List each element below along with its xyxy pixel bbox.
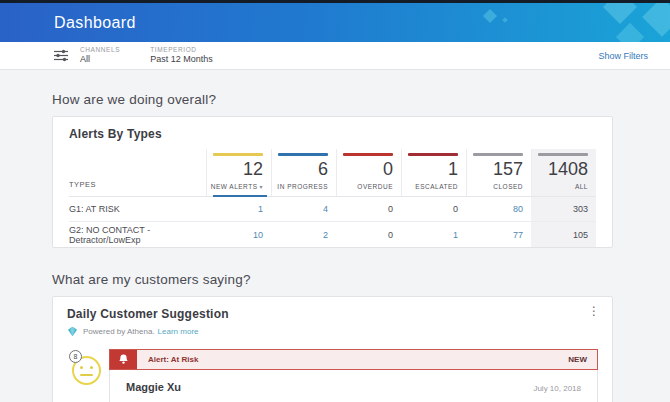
- powered-by-row: Powered by Athena. Learn more: [67, 326, 598, 337]
- diamond-decoration: [502, 17, 508, 23]
- alerts-by-types-card: Alerts By Types TYPES 12NEW ALERTS▾6IN P…: [52, 116, 613, 248]
- alert-count-cell: 0: [401, 197, 466, 221]
- row-type-label: G1: AT RISK: [69, 197, 206, 221]
- column-total: 1: [448, 159, 458, 180]
- column-label: IN PROGRESS: [277, 183, 328, 190]
- daily-customer-suggestion-card: Daily Customer Suggestion ⋮ Powered by A…: [52, 296, 613, 402]
- channels-filter-value: All: [80, 54, 120, 65]
- alert-count-cell: 303: [531, 197, 596, 221]
- alerts-table-body: G1: AT RISK140080303G2: NO CONTACT - Det…: [69, 197, 596, 247]
- timeperiod-filter[interactable]: TIMEPERIOD Past 12 Months: [150, 46, 213, 65]
- timeperiod-filter-value: Past 12 Months: [150, 54, 213, 65]
- column-color-bar: [213, 153, 263, 156]
- suggestion-date: July 10, 2018: [533, 384, 581, 393]
- column-header-all[interactable]: 1408ALL: [531, 149, 596, 196]
- column-color-bar: [408, 153, 458, 156]
- alert-count-cell[interactable]: 1: [401, 222, 466, 247]
- overall-section-heading: How are we doing overall?: [52, 92, 670, 107]
- customer-name: Maggie Xu: [126, 381, 181, 393]
- overflow-menu-icon[interactable]: ⋮: [588, 305, 600, 317]
- alert-count-cell: 0: [336, 222, 401, 247]
- table-row: G1: AT RISK140080303: [69, 197, 596, 222]
- powered-by-text: Powered by Athena.: [83, 327, 155, 336]
- sort-caret-icon: ▾: [259, 184, 263, 190]
- column-color-bar: [278, 153, 328, 156]
- alert-count-cell[interactable]: 77: [466, 222, 531, 247]
- column-label: ALL: [575, 183, 588, 190]
- column-total: 6: [318, 159, 328, 180]
- filter-bar: CHANNELS All TIMEPERIOD Past 12 Months S…: [0, 42, 670, 70]
- alert-count-cell[interactable]: 80: [466, 197, 531, 221]
- channels-filter[interactable]: CHANNELS All: [80, 46, 120, 65]
- alert-bell-icon: [110, 350, 137, 369]
- page-title: Dashboard: [54, 14, 136, 32]
- column-header-closed[interactable]: 157CLOSED: [466, 149, 531, 196]
- alert-count-cell: 105: [531, 222, 596, 247]
- column-total: 12: [243, 159, 263, 180]
- column-header-overdue[interactable]: 0OVERDUE: [336, 149, 401, 196]
- column-label: ESCALATED: [415, 183, 458, 190]
- column-color-bar: [538, 153, 588, 156]
- column-label: OVERDUE: [357, 183, 393, 190]
- sentiment-avatar: 8: [67, 349, 109, 402]
- column-color-bar: [473, 153, 523, 156]
- alert-count-cell[interactable]: 1: [206, 197, 271, 221]
- suggestion-count-badge: 8: [69, 350, 82, 363]
- column-label: CLOSED: [493, 183, 523, 190]
- learn-more-link[interactable]: Learn more: [158, 327, 199, 336]
- column-label: NEW ALERTS▾: [211, 183, 263, 190]
- alert-banner: Alert: At Risk NEW: [109, 349, 598, 370]
- timeperiod-filter-label: TIMEPERIOD: [150, 46, 213, 54]
- alert-count-cell: 0: [336, 197, 401, 221]
- customers-card-title: Daily Customer Suggestion: [67, 307, 598, 321]
- row-type-label: G2: NO CONTACT - Detractor/LowExp: [69, 222, 206, 247]
- alert-count-cell[interactable]: 10: [206, 222, 271, 247]
- suggestion-main: Alert: At Risk NEW Maggie Xu July 10, 20…: [109, 349, 598, 402]
- types-column-header: TYPES: [69, 180, 206, 196]
- alerts-table-header: TYPES 12NEW ALERTS▾6IN PROGRESS0OVERDUE1…: [69, 149, 596, 197]
- athena-gem-icon: [67, 326, 78, 337]
- column-header-in-progress[interactable]: 6IN PROGRESS: [271, 149, 336, 196]
- diamond-decoration: [642, 3, 670, 37]
- app-header: Dashboard: [0, 3, 670, 42]
- table-row: G2: NO CONTACT - Detractor/LowExp1020177…: [69, 222, 596, 247]
- diamond-decoration: [616, 23, 644, 42]
- suggestion-item: 8 Alert: At Risk NEW: [67, 349, 598, 402]
- alert-label: Alert: At Risk: [148, 355, 198, 364]
- channels-filter-label: CHANNELS: [80, 46, 120, 54]
- diamond-decoration: [603, 3, 637, 24]
- column-total: 0: [383, 159, 393, 180]
- alerts-card-title: Alerts By Types: [69, 127, 596, 141]
- customers-section-heading: What are my customers saying?: [52, 272, 670, 287]
- column-header-escalated[interactable]: 1ESCALATED: [401, 149, 466, 196]
- alert-count-cell[interactable]: 2: [271, 222, 336, 247]
- column-color-bar: [343, 153, 393, 156]
- suggestion-detail: Maggie Xu July 10, 2018 Team Member Name…: [109, 370, 598, 402]
- alert-count-cell[interactable]: 4: [271, 197, 336, 221]
- show-filters-link[interactable]: Show Filters: [598, 51, 648, 61]
- column-total: 1408: [548, 159, 588, 180]
- column-total: 157: [493, 159, 523, 180]
- diamond-decoration: [483, 9, 497, 23]
- new-badge: NEW: [568, 355, 587, 364]
- main-content: How are we doing overall? Alerts By Type…: [0, 92, 670, 402]
- filters-sliders-icon[interactable]: [54, 49, 68, 62]
- column-header-new-alerts[interactable]: 12NEW ALERTS▾: [206, 149, 271, 196]
